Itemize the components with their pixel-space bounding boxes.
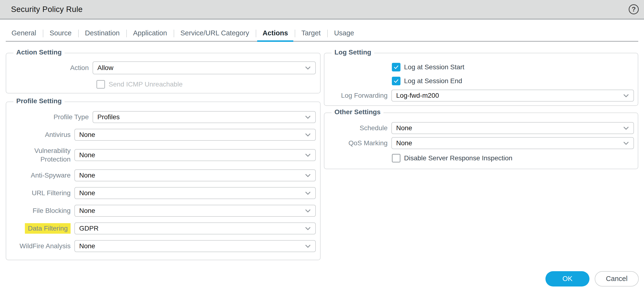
profile-rows: Profile TypeProfilesAntivirusNoneVulnera… [6,111,316,252]
qos-marking-label-text: QoS Marking [348,139,388,147]
log-forwarding-row: Log Forwarding Log-fwd-m200 [324,90,634,102]
schedule-label: Schedule [324,124,392,132]
anti-spyware-row: Anti-SpywareNone [6,169,316,181]
log-at-session-start-checkbox[interactable] [392,63,400,71]
url-filtering-value: None [79,189,95,197]
chevron-down-icon [622,140,630,147]
log-at-session-end-checkbox[interactable] [392,77,400,85]
action-select[interactable]: Allow [92,61,316,74]
qos-marking-value: None [396,139,412,147]
log-at-session-start-row: Log at Session Start [392,63,634,71]
anti-spyware-value: None [79,172,95,179]
chevron-down-icon [304,113,312,121]
vulnerability-protection-label-text: Vulnerability Protection [34,147,70,163]
tab-source[interactable]: Source [43,26,78,41]
help-icon[interactable]: ? [629,4,639,14]
other-settings-fieldset: Other Settings ScheduleNoneQoS MarkingNo… [324,113,638,169]
antivirus-label-text: Antivirus [45,131,70,138]
anti-spyware-label-text: Anti-Spyware [30,172,70,179]
tab-label: Destination [85,29,120,37]
data-filtering-row: Data FilteringGDPR [6,223,316,234]
data-filtering-value: GDPR [79,225,98,232]
tab-application[interactable]: Application [126,26,174,41]
tab-label: Application [133,29,167,37]
chevron-down-icon [304,190,312,197]
help-icon-glyph: ? [632,5,636,13]
wildfire-analysis-label-text: WildFire Analysis [20,242,70,250]
data-filtering-label-text: Data Filtering [25,223,70,234]
antivirus-select[interactable]: None [74,129,316,141]
vulnerability-protection-select[interactable]: None [74,149,316,161]
chevron-down-icon [304,151,312,159]
url-filtering-select[interactable]: None [74,187,316,199]
antivirus-row: AntivirusNone [6,129,316,141]
schedule-value: None [396,124,412,132]
dialog-footer: OK Cancel [0,271,644,287]
cancel-button[interactable]: Cancel [595,271,639,287]
tab-label: Usage [334,29,354,37]
url-filtering-label: URL Filtering [6,189,74,197]
disable-server-response-inspection-checkbox[interactable] [392,154,400,162]
chevron-down-icon [304,243,312,250]
action-value: Allow [97,64,114,72]
action-setting-fieldset: Action Setting Action Allow Send ICMP Un… [6,53,320,93]
anti-spyware-label: Anti-Spyware [6,171,74,180]
tab-label: Target [302,29,321,37]
tab-actions[interactable]: Actions [256,26,294,41]
action-label: Action [6,63,92,72]
tab-usage[interactable]: Usage [327,26,361,41]
anti-spyware-select[interactable]: None [74,169,316,181]
chevron-down-icon [622,92,630,99]
action-setting-legend: Action Setting [14,48,64,56]
send-icmp-unreachable-label: Send ICMP Unreachable [108,80,182,88]
chevron-down-icon [304,225,312,232]
wildfire-analysis-select[interactable]: None [74,240,316,252]
antivirus-value: None [79,131,95,139]
send-icmp-unreachable-checkbox[interactable] [96,80,105,89]
vulnerability-protection-row: Vulnerability ProtectionNone [6,146,316,164]
profile-type-select[interactable]: Profiles [92,111,316,123]
log-forwarding-value: Log-fwd-m200 [396,92,439,99]
tab-destination[interactable]: Destination [78,26,126,41]
vulnerability-protection-label: Vulnerability Protection [6,146,74,164]
chevron-down-icon [304,172,312,179]
send-icmp-unreachable-row: Send ICMP Unreachable [96,80,316,89]
file-blocking-label: File Blocking [6,206,74,215]
schedule-select[interactable]: None [392,122,634,134]
schedule-label-text: Schedule [360,124,388,132]
chevron-down-icon [304,207,312,214]
tab-label: Service/URL Category [180,29,249,37]
tab-label: Actions [262,29,288,37]
profile-type-row: Profile TypeProfiles [6,111,316,123]
dialog-titlebar: Security Policy Rule ? [0,0,644,19]
log-forwarding-label: Log Forwarding [324,91,392,100]
qos-marking-row: QoS MarkingNone [324,137,634,149]
left-column: Action Setting Action Allow Send ICMP Un… [6,42,320,260]
file-blocking-value: None [79,207,95,215]
tab-general[interactable]: General [6,26,43,41]
data-filtering-select[interactable]: GDPR [74,223,316,234]
wildfire-analysis-row: WildFire AnalysisNone [6,240,316,252]
qos-marking-label: QoS Marking [324,139,392,147]
wildfire-analysis-value: None [79,242,95,250]
action-row: Action Allow [6,61,316,74]
tab-label: General [12,29,36,37]
dialog-body: Action Setting Action Allow Send ICMP Un… [0,42,644,260]
url-filtering-label-text: URL Filtering [32,189,70,197]
schedule-row: ScheduleNone [324,122,634,134]
tab-service-url-category[interactable]: Service/URL Category [174,26,256,41]
log-checkboxes: Log at Session StartLog at Session End [324,63,634,85]
log-setting-legend: Log Setting [332,48,374,56]
right-column: Log Setting Log at Session StartLog at S… [324,42,638,169]
other-settings-rows: ScheduleNoneQoS MarkingNone [324,122,634,149]
file-blocking-select[interactable]: None [74,205,316,217]
qos-marking-select[interactable]: None [392,137,634,149]
log-forwarding-select[interactable]: Log-fwd-m200 [392,90,634,102]
wildfire-analysis-label: WildFire Analysis [6,242,74,250]
ok-button[interactable]: OK [546,271,590,287]
profile-type-label: Profile Type [6,113,92,121]
tab-label: Source [50,29,72,37]
log-at-session-end-row: Log at Session End [392,77,634,85]
log-setting-fieldset: Log Setting Log at Session StartLog at S… [324,53,638,106]
tab-target[interactable]: Target [295,26,328,41]
